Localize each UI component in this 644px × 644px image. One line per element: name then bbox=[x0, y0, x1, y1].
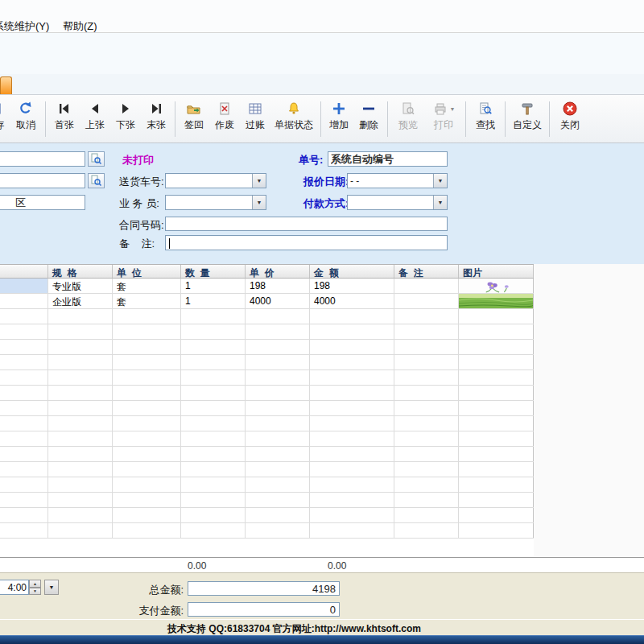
spin-up-button[interactable]: ▲ bbox=[29, 580, 41, 588]
grid-column-header-unit[interactable]: 单 位 bbox=[113, 265, 181, 278]
chevron-down-icon[interactable]: ▼ bbox=[252, 196, 266, 209]
cell-empty bbox=[0, 477, 48, 492]
table-row-empty[interactable] bbox=[0, 508, 534, 523]
close-button[interactable]: 关闭 bbox=[553, 101, 587, 139]
cell-empty bbox=[48, 355, 113, 369]
region-field[interactable] bbox=[0, 195, 85, 210]
grid-column-header-spec[interactable]: 规 格 bbox=[48, 265, 113, 278]
order-no-field[interactable] bbox=[328, 151, 448, 167]
cell-empty bbox=[113, 324, 181, 339]
grid-column-header-qty[interactable]: 数 量 bbox=[181, 265, 246, 278]
cell-empty bbox=[459, 386, 534, 400]
time-dropdown-button[interactable]: ▼ bbox=[44, 580, 59, 595]
quote-date-value: - - bbox=[350, 175, 359, 187]
table-row-empty[interactable] bbox=[0, 324, 534, 340]
spin-down-button[interactable]: ▼ bbox=[29, 588, 41, 596]
post-button[interactable]: 过账 bbox=[240, 101, 270, 139]
cell-empty bbox=[181, 447, 246, 461]
cell-image-flower-thumbnail[interactable] bbox=[459, 279, 534, 293]
find-button[interactable]: 查找 bbox=[469, 101, 502, 139]
table-row-empty[interactable] bbox=[0, 477, 534, 493]
last-record-button[interactable]: 末张 bbox=[141, 101, 171, 139]
void-button[interactable]: 作废 bbox=[209, 101, 240, 139]
table-row-empty[interactable] bbox=[0, 370, 534, 386]
doc-status-label: 单据状态 bbox=[275, 120, 313, 130]
chevron-down-icon[interactable]: ▼ bbox=[433, 174, 447, 188]
salesman-combo[interactable]: ▼ bbox=[165, 195, 266, 210]
table-row[interactable]: 专业版 套 1 198 198 bbox=[0, 279, 534, 294]
order-header-form: 未打印 单号: 送货车号: ▼ 报价日期: - - ▼ 业 务 员: ▼ 付款方… bbox=[0, 143, 644, 264]
cell-empty bbox=[394, 386, 459, 400]
time-field[interactable]: 4:00 bbox=[0, 580, 29, 595]
cell-empty bbox=[310, 355, 394, 369]
quote-date-combo[interactable]: - - ▼ bbox=[347, 173, 448, 188]
cell-empty bbox=[181, 324, 246, 339]
cancel-button[interactable]: 取消 bbox=[10, 101, 42, 139]
cell-empty bbox=[246, 401, 310, 415]
next-record-button[interactable]: 下张 bbox=[110, 101, 141, 139]
customize-button[interactable]: 自定义 bbox=[509, 101, 546, 139]
table-row-empty[interactable] bbox=[0, 309, 534, 324]
table-row-empty[interactable] bbox=[0, 493, 534, 508]
save-button[interactable]: 保存 bbox=[0, 101, 10, 139]
cell-remark bbox=[394, 294, 459, 308]
sign-back-button[interactable]: 签回 bbox=[179, 101, 209, 139]
table-row-empty[interactable] bbox=[0, 523, 534, 539]
cell-empty bbox=[459, 309, 534, 324]
delivery-vehicle-combo[interactable]: ▼ bbox=[165, 173, 266, 188]
cell-empty bbox=[246, 416, 310, 431]
cell-empty bbox=[181, 401, 246, 415]
cell-image-grass-thumbnail[interactable] bbox=[459, 294, 534, 308]
table-row-empty[interactable] bbox=[0, 355, 534, 370]
grid-column-header-blank[interactable] bbox=[0, 265, 48, 278]
toolbar-separator bbox=[465, 101, 466, 137]
cell-empty bbox=[113, 462, 181, 477]
cell-empty bbox=[181, 493, 246, 507]
find-label: 查找 bbox=[476, 120, 495, 130]
total-amount-field[interactable] bbox=[188, 581, 340, 596]
first-record-button[interactable]: 首张 bbox=[49, 101, 80, 139]
contact-lookup-button[interactable] bbox=[88, 173, 105, 188]
add-button[interactable]: 增加 bbox=[324, 101, 353, 139]
table-row-empty[interactable] bbox=[0, 447, 534, 462]
grid-column-header-price[interactable]: 单 价 bbox=[246, 265, 310, 278]
support-info-text: 技术支持 QQ:61833704 官方网址:http://www.khtsoft… bbox=[167, 622, 421, 636]
cell-empty bbox=[0, 493, 48, 507]
paid-amount-field[interactable] bbox=[188, 602, 340, 617]
grid-column-header-remark[interactable]: 备 注 bbox=[394, 265, 459, 278]
cell-empty bbox=[181, 431, 246, 446]
cell-price: 198 bbox=[246, 279, 310, 293]
doc-status-button[interactable]: 单据状态 bbox=[270, 101, 317, 139]
chevron-down-icon[interactable]: ▼ bbox=[433, 196, 447, 209]
table-row[interactable]: 企业版 套 1 4000 4000 bbox=[0, 294, 534, 309]
cell-empty bbox=[48, 401, 113, 415]
remark-field[interactable] bbox=[165, 235, 448, 250]
cell-empty bbox=[0, 401, 48, 415]
next-record-label: 下张 bbox=[116, 120, 135, 130]
cell-empty bbox=[394, 462, 459, 477]
contract-no-field[interactable] bbox=[165, 217, 448, 231]
delete-button[interactable]: 删除 bbox=[353, 101, 384, 139]
cell-empty bbox=[113, 477, 181, 492]
cell-empty bbox=[246, 309, 310, 324]
cell-empty bbox=[310, 508, 394, 522]
cell-empty bbox=[310, 493, 394, 507]
chevron-down-icon[interactable]: ▼ bbox=[252, 174, 266, 188]
table-row-empty[interactable] bbox=[0, 340, 534, 355]
table-row-empty[interactable] bbox=[0, 462, 534, 477]
payment-method-combo[interactable]: ▼ bbox=[347, 195, 448, 210]
customer-field[interactable] bbox=[0, 151, 85, 167]
cell-empty bbox=[394, 477, 459, 492]
customer-contact-field[interactable] bbox=[0, 173, 85, 188]
table-row-empty[interactable] bbox=[0, 386, 534, 401]
table-row-empty[interactable] bbox=[0, 431, 534, 447]
active-tab-partial[interactable] bbox=[0, 76, 12, 94]
customer-lookup-button[interactable] bbox=[88, 151, 105, 167]
customize-label: 自定义 bbox=[513, 120, 542, 130]
table-row-empty[interactable] bbox=[0, 401, 534, 416]
table-row-empty[interactable] bbox=[0, 416, 534, 431]
print-status-text: 未打印 bbox=[122, 153, 154, 167]
prev-record-button[interactable]: 上张 bbox=[80, 101, 110, 139]
grid-column-header-amount[interactable]: 金 额 bbox=[310, 265, 394, 278]
grid-column-header-image[interactable]: 图片 bbox=[459, 265, 534, 278]
